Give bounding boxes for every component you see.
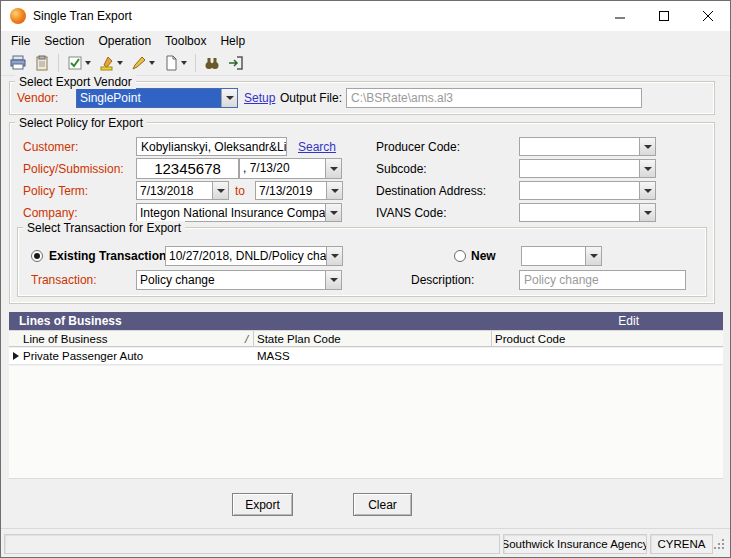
ivans-code-value <box>520 204 639 221</box>
destination-address-combobox[interactable] <box>519 181 656 200</box>
chevron-down-icon <box>644 145 652 149</box>
menubar: File Section Operation Toolbox Help <box>1 31 730 50</box>
ivans-code-label: IVANS Code: <box>376 206 446 220</box>
producer-code-dropdown-button[interactable] <box>639 138 655 155</box>
output-file-label: Output File: <box>280 91 342 105</box>
ivans-code-dropdown-button[interactable] <box>639 204 655 221</box>
transaction-type-combobox[interactable]: Policy change <box>136 270 342 290</box>
destination-address-label: Destination Address: <box>376 184 486 198</box>
document-dropdown-button[interactable] <box>159 52 191 74</box>
column-state-plan-code[interactable]: State Plan Code <box>257 333 341 345</box>
binoculars-icon <box>204 55 220 71</box>
new-transaction-combobox[interactable] <box>521 246 602 266</box>
column-product-code[interactable]: Product Code <box>495 333 565 345</box>
find-button[interactable] <box>200 52 224 74</box>
policy-date-combobox[interactable]: , 7/13/20 <box>239 158 342 179</box>
print-icon <box>10 55 26 71</box>
maximize-button[interactable] <box>642 1 686 31</box>
chevron-down-icon <box>644 189 652 193</box>
vendor-combobox[interactable]: SinglePoint <box>76 88 238 108</box>
policy-submission-label: Policy/Submission: <box>23 162 124 176</box>
menu-file[interactable]: File <box>4 33 37 49</box>
chevron-down-icon <box>181 61 187 65</box>
new-transaction-dropdown-button[interactable] <box>585 247 601 265</box>
exit-button[interactable] <box>224 52 248 74</box>
maximize-icon <box>659 11 669 21</box>
toolbar <box>1 50 730 76</box>
close-button[interactable] <box>686 1 730 31</box>
vendor-dropdown-button[interactable] <box>221 89 237 107</box>
window-title: Single Tran Export <box>33 9 132 23</box>
app-icon <box>10 8 26 24</box>
cell-state-plan-code: MASS <box>257 350 290 362</box>
vendor-value: SinglePoint <box>77 89 221 107</box>
company-combobox[interactable]: Integon National Insurance Compar <box>136 203 342 222</box>
policy-number-field[interactable]: 12345678 <box>136 158 239 179</box>
subcode-combobox[interactable] <box>519 159 656 178</box>
search-link[interactable]: Search <box>298 140 336 154</box>
term-start-value: 7/13/2018 <box>137 182 212 199</box>
output-file-field[interactable]: C:\BSRate\ams.al3 <box>346 88 642 108</box>
description-field[interactable]: Policy change <box>519 270 686 290</box>
toolbar-separator <box>58 54 59 72</box>
term-start-combobox[interactable]: 7/13/2018 <box>136 181 229 200</box>
column-divider <box>253 331 254 346</box>
term-end-combobox[interactable]: 7/13/2019 <box>255 181 343 200</box>
chevron-down-icon <box>644 167 652 171</box>
chevron-down-icon <box>330 167 338 171</box>
subcode-dropdown-button[interactable] <box>639 160 655 177</box>
document-icon <box>163 55 179 71</box>
menu-toolbox[interactable]: Toolbox <box>158 33 213 49</box>
producer-code-label: Producer Code: <box>376 140 460 154</box>
paste-button[interactable] <box>30 52 54 74</box>
transaction-group-title: Select Transaction for Export <box>23 221 185 235</box>
chevron-down-icon <box>644 211 652 215</box>
chevron-down-icon <box>331 254 339 258</box>
chevron-down-icon <box>149 61 155 65</box>
exit-icon <box>228 55 244 71</box>
customer-field[interactable]: Kobylianskyi, Oleksandr&Liu <box>136 137 287 156</box>
vendor-label: Vendor: <box>17 91 58 105</box>
menu-help[interactable]: Help <box>213 33 252 49</box>
clipboard-icon <box>34 55 50 71</box>
existing-transaction-radio[interactable] <box>31 250 43 262</box>
destination-address-dropdown-button[interactable] <box>639 182 655 199</box>
table-row[interactable]: Private Passenger Auto MASS <box>9 348 723 365</box>
ivans-code-combobox[interactable] <box>519 203 656 222</box>
existing-transaction-combobox[interactable]: 10/27/2018, DNLD/Policy cha <box>165 246 343 266</box>
status-user: CYRENA <box>650 534 713 554</box>
highlighter-dropdown-button[interactable] <box>95 52 127 74</box>
edit-link[interactable]: Edit <box>618 314 639 328</box>
subcode-label: Subcode: <box>376 162 427 176</box>
pencil-dropdown-button[interactable] <box>127 52 159 74</box>
minimize-button[interactable] <box>598 1 642 31</box>
customer-label: Customer: <box>23 140 78 154</box>
highlighter-icon <box>99 55 115 71</box>
checklist-icon <box>67 55 83 71</box>
term-start-dropdown-button[interactable] <box>212 182 228 199</box>
chevron-down-icon <box>117 61 123 65</box>
term-end-dropdown-button[interactable] <box>326 182 342 199</box>
column-divider <box>491 331 492 346</box>
checklist-dropdown-button[interactable] <box>63 52 95 74</box>
producer-code-combobox[interactable] <box>519 137 656 156</box>
company-dropdown-button[interactable] <box>325 204 341 221</box>
transaction-type-dropdown-button[interactable] <box>325 271 341 289</box>
resize-grip[interactable] <box>714 539 726 551</box>
menu-section[interactable]: Section <box>37 33 91 49</box>
setup-link[interactable]: Setup <box>244 91 275 105</box>
print-button[interactable] <box>6 52 30 74</box>
grid-empty-area <box>9 366 723 479</box>
column-line-of-business[interactable]: Line of Business <box>23 333 107 345</box>
company-value: Integon National Insurance Compar <box>137 204 325 221</box>
existing-transaction-dropdown-button[interactable] <box>326 247 342 265</box>
subcode-value <box>520 160 639 177</box>
menu-operation[interactable]: Operation <box>91 33 158 49</box>
destination-address-value <box>520 182 639 199</box>
clear-button[interactable]: Clear <box>353 493 412 516</box>
new-transaction-radio[interactable] <box>454 250 466 262</box>
export-button[interactable]: Export <box>232 493 293 516</box>
pencil-icon <box>131 55 147 71</box>
policy-date-dropdown-button[interactable] <box>325 159 341 178</box>
export-vendor-group-title: Select Export Vendor <box>15 75 136 89</box>
